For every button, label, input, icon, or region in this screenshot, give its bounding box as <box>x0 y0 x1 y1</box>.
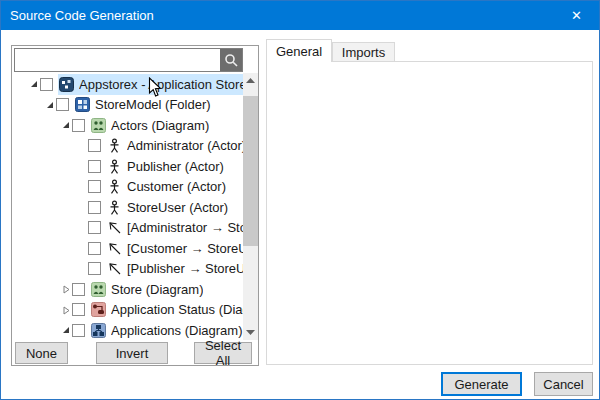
tree-item-content[interactable]: [Customer → StoreUser] <box>106 238 243 259</box>
relation-icon <box>107 261 122 276</box>
tree-checkbox[interactable] <box>72 324 85 337</box>
actor-icon <box>107 138 122 153</box>
relation-icon <box>107 220 122 235</box>
tree-item-label: StoreModel (Folder) <box>95 97 211 112</box>
scrollbar-thumb[interactable] <box>243 96 258 246</box>
tree-item-label: [Customer → StoreUser] <box>127 241 243 256</box>
scroll-up-icon[interactable] <box>243 73 258 88</box>
model-icon <box>75 97 90 112</box>
model-tree: Appstorex - Application Store (Project)S… <box>12 73 243 340</box>
source-code-generation-dialog: { "window": { "title": "Source Code Gene… <box>0 0 600 400</box>
tree-item-label: Actors (Diagram) <box>111 118 209 133</box>
tree-item-content[interactable]: Application Status (Diagram) <box>90 300 243 321</box>
tree-item-content[interactable]: [Publisher → StoreUser] <box>106 259 243 280</box>
scroll-down-icon[interactable] <box>243 325 258 340</box>
tree-item-content[interactable]: Actors (Diagram) <box>90 115 243 136</box>
tree-item[interactable]: StoreUser (Actor) <box>12 197 243 218</box>
tree-checkbox[interactable] <box>72 119 85 132</box>
tree-checkbox[interactable] <box>88 180 101 193</box>
class-diagram-icon <box>91 323 106 338</box>
actor-icon <box>107 159 122 174</box>
tree-expander-icon[interactable] <box>60 284 72 294</box>
tree-checkbox[interactable] <box>88 160 101 173</box>
tree-checkbox[interactable] <box>40 78 53 91</box>
invert-button[interactable]: Invert <box>96 342 168 364</box>
tree-item-label: StoreUser (Actor) <box>127 200 228 215</box>
tree-item-content[interactable]: Appstorex - Application Store (Project) <box>58 74 243 95</box>
tree-expander-icon[interactable] <box>60 120 72 130</box>
tree-item-content[interactable]: Customer (Actor) <box>106 177 243 198</box>
tree-expander-icon[interactable] <box>60 305 72 315</box>
tree-item[interactable]: Actors (Diagram) <box>12 115 243 136</box>
tree-item-label: Application Status (Diagram) <box>111 302 243 317</box>
close-icon[interactable]: ✕ <box>554 1 599 30</box>
tab-imports[interactable]: Imports <box>332 42 395 62</box>
tree-checkbox[interactable] <box>88 262 101 275</box>
tree-item[interactable]: Appstorex - Application Store (Project) <box>12 74 243 95</box>
tree-item[interactable]: Application Status (Diagram) <box>12 300 243 321</box>
actor-icon <box>107 200 122 215</box>
titlebar: Source Code Generation ✕ <box>1 1 599 30</box>
generate-button[interactable]: Generate <box>441 372 522 396</box>
tree-item-content[interactable]: Store (Diagram) <box>90 279 243 300</box>
tree-item[interactable]: StoreModel (Folder) <box>12 95 243 116</box>
tree-item[interactable]: Administrator (Actor) <box>12 136 243 157</box>
model-tree-panel: Appstorex - Application Store (Project)S… <box>11 45 259 366</box>
none-button[interactable]: None <box>15 342 68 364</box>
tree-item-content[interactable]: Applications (Diagram) <box>90 320 243 340</box>
tree-checkbox[interactable] <box>88 139 101 152</box>
tree-expander-icon[interactable] <box>28 79 40 89</box>
search-box <box>14 48 243 72</box>
tree-item[interactable]: Customer (Actor) <box>12 177 243 198</box>
usecase-diagram-icon <box>91 282 106 297</box>
actor-icon <box>107 179 122 194</box>
usecase-diagram-icon <box>91 118 106 133</box>
search-input[interactable] <box>15 49 220 71</box>
tree-item-content[interactable]: StoreUser (Actor) <box>106 197 243 218</box>
tree-item[interactable]: Publisher (Actor) <box>12 156 243 177</box>
tree-item[interactable]: Store (Diagram) <box>12 279 243 300</box>
project-icon <box>59 77 74 92</box>
tree-item[interactable]: [Customer → StoreUser] <box>12 238 243 259</box>
tree-expander-icon[interactable] <box>44 100 56 110</box>
tree-item-label: Customer (Actor) <box>127 179 226 194</box>
tree-expander-icon[interactable] <box>60 325 72 335</box>
tree-item-label: [Publisher → StoreUser] <box>127 261 243 276</box>
tree-checkbox[interactable] <box>88 221 101 234</box>
tree-checkbox[interactable] <box>72 303 85 316</box>
tree-checkbox[interactable] <box>56 98 69 111</box>
tree-item[interactable]: [Publisher → StoreUser] <box>12 259 243 280</box>
cancel-button[interactable]: Cancel <box>534 372 593 396</box>
general-tab-page <box>266 61 593 365</box>
tree-item-content[interactable]: StoreModel (Folder) <box>74 95 243 116</box>
window-title: Source Code Generation <box>10 1 154 30</box>
tree-item[interactable]: Applications (Diagram) <box>12 320 243 340</box>
tree-item-content[interactable]: Publisher (Actor) <box>106 156 243 177</box>
tree-item-content[interactable]: [Administrator → StoreUser] <box>106 218 243 239</box>
tree-item-label: Appstorex - Application Store (Project) <box>79 77 243 92</box>
tree-checkbox[interactable] <box>88 201 101 214</box>
tree-item-label: Administrator (Actor) <box>127 138 243 153</box>
relation-icon <box>107 241 122 256</box>
tab-general[interactable]: General <box>266 39 332 62</box>
tree-item-content[interactable]: Administrator (Actor) <box>106 136 243 157</box>
tree-checkbox[interactable] <box>72 283 85 296</box>
select-all-button[interactable]: Select All <box>194 342 252 364</box>
tree-item-label: [Administrator → StoreUser] <box>127 220 243 235</box>
tree-item-label: Applications (Diagram) <box>111 323 243 338</box>
tree-item-label: Publisher (Actor) <box>127 159 224 174</box>
tree-checkbox[interactable] <box>88 242 101 255</box>
tree-scrollbar[interactable] <box>243 73 258 340</box>
search-icon[interactable] <box>220 49 242 71</box>
statechart-diagram-icon <box>91 302 106 317</box>
tree-item[interactable]: [Administrator → StoreUser] <box>12 218 243 239</box>
tree-item-label: Store (Diagram) <box>111 282 203 297</box>
